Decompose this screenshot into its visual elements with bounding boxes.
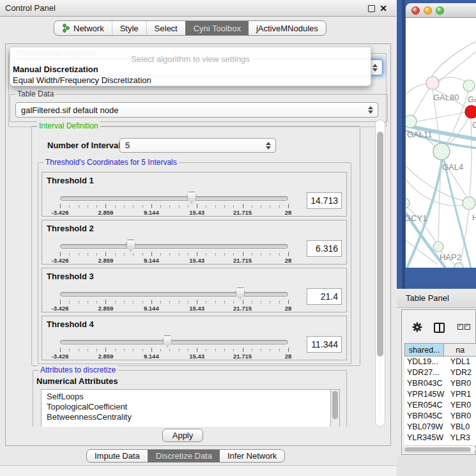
network-edge[interactable] bbox=[436, 51, 476, 84]
slider-scale-label: 2.859 bbox=[98, 209, 114, 216]
table-row[interactable]: YDL19...YDL1 bbox=[404, 357, 476, 367]
numerical-attributes-list[interactable]: SelfLoopsTopologicalCoefficientBetweenne… bbox=[41, 389, 331, 427]
slider-thumb[interactable] bbox=[236, 288, 245, 300]
slider-tick bbox=[124, 253, 125, 256]
slider-track[interactable] bbox=[60, 196, 288, 201]
slider-track[interactable] bbox=[60, 340, 288, 344]
table-row[interactable]: YLR345WYLR3 bbox=[404, 433, 476, 443]
tab-style[interactable]: Style bbox=[112, 21, 146, 35]
slider: -3.4262.8599.14415.4321.71528 bbox=[60, 316, 288, 361]
table-data-combo[interactable]: galFiltered.sif default node bbox=[15, 102, 378, 118]
dropdown-item-manual-discretization[interactable]: Manual Discretization bbox=[10, 64, 371, 75]
network-edge-highlighted[interactable] bbox=[444, 160, 471, 268]
slider-tick bbox=[142, 205, 143, 208]
network-edge[interactable] bbox=[411, 86, 431, 119]
network-edge[interactable] bbox=[469, 119, 472, 203]
column-visibility-icons[interactable] bbox=[457, 324, 470, 330]
slider-tick bbox=[105, 300, 106, 304]
tab-jactivemnodules[interactable]: jActiveMNodules bbox=[249, 21, 326, 35]
network-node[interactable] bbox=[433, 242, 443, 252]
apply-button[interactable]: Apply bbox=[162, 429, 203, 442]
table-row[interactable]: YDR27...YDR2 bbox=[404, 367, 476, 378]
close-panel-icon[interactable]: ✕ bbox=[380, 5, 387, 12]
attribute-item-topologicalcoefficient[interactable]: TopologicalCoefficient bbox=[47, 402, 330, 412]
tab-select[interactable]: Select bbox=[146, 21, 185, 35]
table-hscrollbar[interactable] bbox=[403, 445, 476, 453]
slider-track[interactable] bbox=[60, 292, 288, 296]
table-row[interactable]: YBR043CYBR0 bbox=[404, 378, 476, 389]
node-label: C bbox=[472, 120, 476, 130]
column-header-shared-name[interactable]: shared... bbox=[405, 344, 444, 356]
slider-thumb[interactable] bbox=[126, 240, 135, 252]
slider-tick bbox=[69, 349, 70, 351]
network-node[interactable] bbox=[454, 263, 463, 268]
scrollbar-thumb[interactable] bbox=[332, 391, 338, 419]
attributes-scrollbar[interactable] bbox=[331, 389, 340, 427]
scrollbar-thumb[interactable] bbox=[404, 447, 471, 452]
column-header-name[interactable]: na bbox=[444, 344, 476, 356]
minimize-window-icon[interactable] bbox=[424, 6, 432, 15]
cell-shared-name: YBR043C bbox=[404, 378, 450, 389]
network-edge[interactable] bbox=[406, 206, 438, 245]
close-window-icon[interactable] bbox=[411, 6, 420, 15]
table-row[interactable]: YBR045CYBR0 bbox=[404, 411, 476, 422]
tab-network[interactable]: Network bbox=[54, 21, 112, 35]
slider-tick bbox=[151, 348, 152, 352]
split-columns-icon[interactable] bbox=[434, 323, 445, 333]
slider-thumb[interactable] bbox=[162, 335, 172, 348]
tab-cyni-toolbox[interactable]: Cyni Toolbox bbox=[185, 21, 249, 35]
settings-scrollbar[interactable] bbox=[375, 119, 385, 427]
slider-tick bbox=[188, 349, 188, 351]
network-node[interactable] bbox=[426, 77, 439, 89]
network-edge[interactable] bbox=[430, 41, 476, 81]
slider-scale-label: 28 bbox=[285, 353, 292, 360]
tab-label: Network bbox=[73, 24, 104, 33]
attributes-group: Attributes to discretize Numerical Attri… bbox=[33, 370, 347, 427]
network-node[interactable] bbox=[463, 80, 475, 91]
slider-tick bbox=[124, 349, 125, 351]
threshold-value-field[interactable] bbox=[307, 288, 342, 305]
slider-tick bbox=[252, 205, 252, 208]
slider-tick bbox=[105, 252, 106, 256]
tab-label: Infer Network bbox=[227, 451, 277, 461]
threshold-value-field[interactable] bbox=[307, 336, 342, 353]
network-node[interactable] bbox=[406, 115, 417, 128]
number-of-intervals-spinner[interactable]: 5 bbox=[119, 138, 276, 153]
slider-tick bbox=[115, 301, 116, 303]
table-row[interactable]: YER054CYER0 bbox=[404, 400, 476, 411]
slider-tick bbox=[188, 205, 188, 208]
network-node[interactable] bbox=[465, 105, 476, 118]
tab-discretize-data[interactable]: Discretize Data bbox=[148, 450, 220, 462]
network-view-window[interactable]: GAL80GACGAL11GAL4GCY1HHAP2 bbox=[406, 3, 476, 268]
slider-thumb[interactable] bbox=[187, 192, 196, 204]
network-node[interactable] bbox=[406, 198, 410, 208]
gear-icon[interactable] bbox=[412, 322, 422, 332]
float-window-icon[interactable] bbox=[368, 5, 375, 12]
network-canvas[interactable]: GAL80GACGAL11GAL4GCY1HHAP2 bbox=[406, 18, 476, 268]
dropdown-item-equal-width-frequency-discretization[interactable]: Equal Width/Frequency Discretization bbox=[10, 75, 371, 86]
network-window-titlebar[interactable] bbox=[406, 3, 476, 18]
network-edge[interactable] bbox=[414, 112, 468, 122]
slider-track[interactable] bbox=[60, 244, 288, 249]
slider-tick bbox=[79, 253, 79, 256]
slider-tick bbox=[197, 204, 197, 208]
slider-tick bbox=[270, 301, 270, 303]
slider-tick bbox=[79, 301, 79, 303]
attribute-item-betweennesscentrality[interactable]: BetweennessCentrality bbox=[47, 412, 330, 422]
slider-tick bbox=[224, 301, 225, 303]
scrollbar-thumb[interactable] bbox=[377, 132, 383, 357]
network-node[interactable] bbox=[433, 143, 450, 160]
tab-infer-network[interactable]: Infer Network bbox=[220, 450, 284, 462]
table-row[interactable]: YBL079WYBL0 bbox=[404, 422, 476, 433]
application-window: Control Panel ✕ NetworkStyleSelectCyni T… bbox=[0, 0, 476, 476]
attribute-item-selfloops[interactable]: SelfLoops bbox=[47, 392, 330, 402]
slider-tick bbox=[60, 252, 61, 256]
slider-tick bbox=[279, 349, 280, 351]
tab-impute-data[interactable]: Impute Data bbox=[87, 450, 148, 462]
threshold-value-field[interactable] bbox=[307, 192, 342, 209]
zoom-window-icon[interactable] bbox=[436, 6, 444, 15]
threshold-value-field[interactable] bbox=[307, 240, 342, 257]
network-node[interactable] bbox=[463, 197, 475, 210]
table-row[interactable]: YPR145WYPR1 bbox=[404, 389, 476, 400]
cell-name: YDL1 bbox=[450, 357, 476, 367]
